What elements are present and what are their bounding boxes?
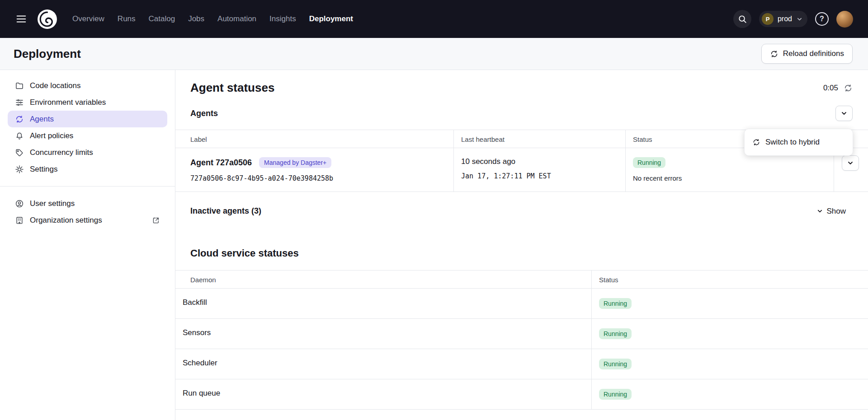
help-icon: ? xyxy=(820,15,824,23)
agents-heading: Agents xyxy=(190,109,218,118)
sidebar-item-label: Environment variables xyxy=(30,98,106,107)
sidebar-item-label: Concurrency limits xyxy=(30,148,93,157)
app-root: Overview Runs Catalog Jobs Automation In… xyxy=(0,0,868,420)
show-inactive-toggle[interactable]: Show xyxy=(816,207,846,216)
agent-icon xyxy=(15,115,24,124)
daemon-status-cell: Running xyxy=(592,289,868,319)
agent-uuid: 727a0506-8c97-4b95-a024-70e3984258b xyxy=(190,174,446,182)
sidebar-item-label: Settings xyxy=(30,165,57,174)
sidebar-item-concurrency-limits[interactable]: Concurrency limits xyxy=(8,144,167,161)
building-icon xyxy=(15,216,24,225)
agent-row-actions-button[interactable] xyxy=(842,155,859,171)
chevron-down-icon xyxy=(816,208,823,215)
refresh-icon xyxy=(844,84,853,93)
nav-jobs[interactable]: Jobs xyxy=(188,14,204,23)
menu-item-label: Switch to hybrid xyxy=(765,138,820,147)
heartbeat-relative: 10 seconds ago xyxy=(461,157,618,166)
refresh-button[interactable] xyxy=(844,84,853,93)
reload-definitions-label: Reload definitions xyxy=(783,49,844,58)
column-header-label: Label xyxy=(175,130,454,148)
chevron-down-icon xyxy=(796,16,803,23)
column-header-heartbeat: Last heartbeat xyxy=(454,130,626,148)
sidebar-item-alert-policies[interactable]: Alert policies xyxy=(8,127,167,144)
tag-icon xyxy=(15,148,24,157)
sidebar-divider xyxy=(0,186,175,187)
deployment-name: prod xyxy=(778,15,792,23)
daemon-status-cell: Running xyxy=(592,379,868,410)
agents-actions-button[interactable] xyxy=(835,106,853,121)
sidebar-item-organization-settings[interactable]: Organization settings xyxy=(8,212,167,229)
cloud-services-table: Daemon Status Backfill Running Sensors R… xyxy=(175,270,868,410)
daemon-status-cell: Running xyxy=(592,349,868,379)
daemon-name-cell: Scheduler xyxy=(175,349,592,379)
column-header-status: Status xyxy=(592,271,868,289)
sidebar-item-label: Alert policies xyxy=(30,131,73,140)
menu-item-switch-to-hybrid[interactable]: Switch to hybrid xyxy=(745,133,853,152)
sidebar-item-agents[interactable]: Agents xyxy=(8,111,167,127)
sidebar-item-environment-variables[interactable]: Environment variables xyxy=(8,94,167,111)
dagster-logo xyxy=(36,8,58,30)
help-button[interactable]: ? xyxy=(815,12,829,26)
agent-label-cell: Agent 727a0506 Managed by Dagster+ 727a0… xyxy=(175,148,454,192)
sidebar-item-label: Code locations xyxy=(30,81,80,90)
nav-right-cluster: P prod ? xyxy=(733,10,853,28)
heartbeat-timestamp: Jan 17, 1:27:11 PM EST xyxy=(461,172,618,180)
sidebar-item-user-settings[interactable]: User settings xyxy=(8,195,167,212)
inactive-agents-heading: Inactive agents (3) xyxy=(190,206,261,216)
user-icon xyxy=(15,199,24,208)
nav-deployment[interactable]: Deployment xyxy=(309,14,353,23)
refresh-timer-cluster: 0:05 xyxy=(823,84,853,93)
reload-icon xyxy=(770,50,778,58)
nav-insights[interactable]: Insights xyxy=(269,14,296,23)
chevron-down-icon xyxy=(840,110,848,117)
daemon-name-cell: Sensors xyxy=(175,319,592,349)
status-badge: Running xyxy=(633,157,665,168)
deployment-avatar: P xyxy=(762,13,774,25)
agent-name: Agent 727a0506 xyxy=(190,158,252,168)
bell-icon xyxy=(15,131,24,140)
reload-definitions-button[interactable]: Reload definitions xyxy=(761,44,853,64)
refresh-countdown: 0:05 xyxy=(823,84,838,93)
daemon-status-cell: Running xyxy=(592,319,868,349)
daemon-name-cell: Backfill xyxy=(175,289,592,319)
sliders-icon xyxy=(15,98,24,107)
sidebar-item-label: Agents xyxy=(30,115,54,124)
status-badge: Running xyxy=(599,298,632,309)
deployment-sidebar: Code locations Environment variables Age… xyxy=(0,70,175,420)
hamburger-menu-button[interactable] xyxy=(13,11,29,27)
status-badge: Running xyxy=(599,389,632,400)
status-badge: Running xyxy=(599,359,632,369)
agent-statuses-title: Agent statuses xyxy=(190,81,274,95)
sidebar-item-code-locations[interactable]: Code locations xyxy=(8,77,167,94)
cloud-services-title: Cloud service statuses xyxy=(190,247,868,259)
status-badge: Running xyxy=(599,328,632,339)
sidebar-item-settings[interactable]: Settings xyxy=(8,161,167,177)
page-title: Deployment xyxy=(14,47,81,61)
main-content: Agent statuses 0:05 Agents xyxy=(175,70,868,420)
show-label: Show xyxy=(826,207,846,216)
sidebar-item-label: User settings xyxy=(30,199,75,208)
folder-icon xyxy=(15,81,24,90)
search-button[interactable] xyxy=(733,10,751,28)
nav-overview[interactable]: Overview xyxy=(72,14,104,23)
hybrid-agent-icon xyxy=(752,138,760,146)
chevron-down-icon xyxy=(847,159,854,167)
status-note: No recent errors xyxy=(633,174,826,182)
page-header: Deployment Reload definitions xyxy=(0,38,868,70)
external-link-icon xyxy=(152,216,160,224)
agent-heartbeat-cell: 10 seconds ago Jan 17, 1:27:11 PM EST xyxy=(454,148,626,192)
top-navbar: Overview Runs Catalog Jobs Automation In… xyxy=(0,0,868,38)
gear-icon xyxy=(15,165,24,174)
deployment-switcher[interactable]: P prod xyxy=(759,11,807,27)
sidebar-item-label: Organization settings xyxy=(30,216,102,225)
managed-badge: Managed by Dagster+ xyxy=(259,157,331,168)
nav-automation[interactable]: Automation xyxy=(217,14,256,23)
body-layout: Code locations Environment variables Age… xyxy=(0,70,868,420)
daemon-name-cell: Run queue xyxy=(175,379,592,410)
column-header-daemon: Daemon xyxy=(175,271,592,289)
search-icon xyxy=(737,14,747,24)
user-avatar[interactable] xyxy=(836,11,853,28)
nav-catalog[interactable]: Catalog xyxy=(149,14,175,23)
nav-runs[interactable]: Runs xyxy=(118,14,136,23)
nav-links: Overview Runs Catalog Jobs Automation In… xyxy=(72,14,353,23)
